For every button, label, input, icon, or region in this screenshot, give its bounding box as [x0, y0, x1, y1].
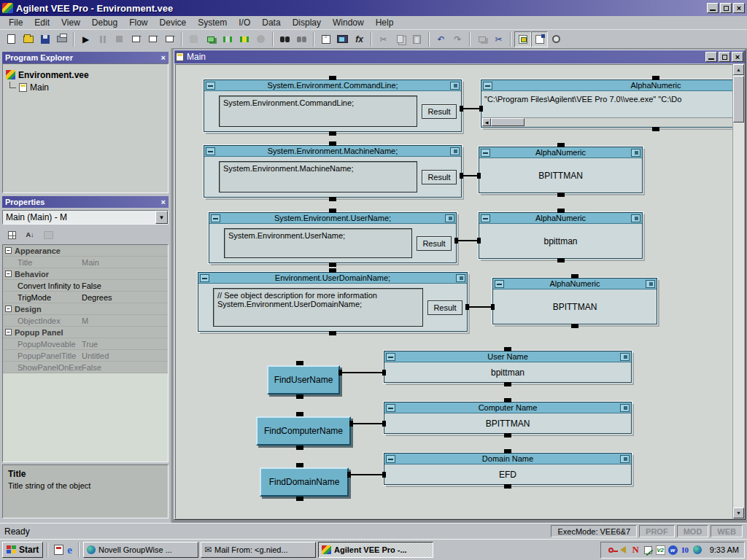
sequence-in-pin[interactable] [296, 463, 303, 467]
copy-button[interactable] [392, 31, 409, 47]
formula-expression-field[interactable]: System.Environment.UserName; [224, 228, 412, 258]
task-mail-message[interactable]: ✉ Mail From: <g.nied... [201, 542, 316, 558]
sequence-in-pin[interactable] [504, 449, 511, 454]
object-titlebar[interactable]: AlphaNumeric [481, 80, 732, 91]
program-explorer-close-icon[interactable]: × [161, 53, 166, 62]
categorized-button[interactable] [4, 228, 20, 242]
menu-window[interactable]: Window [327, 18, 370, 28]
chevron-down-icon[interactable]: ▼ [155, 211, 168, 224]
object-minimize-button[interactable] [386, 353, 395, 361]
formula-userdomainname[interactable]: Environment.UserDomainName; // See objec… [198, 272, 468, 332]
menu-help[interactable]: Help [370, 18, 400, 28]
object-minimize-button[interactable] [481, 149, 490, 157]
formula-expression-field[interactable]: System.Environment.MachineName; [219, 161, 417, 192]
program-canvas[interactable]: System.Environment.CommandLine; System.E… [175, 64, 732, 518]
mdi-restore-button[interactable] [719, 52, 730, 62]
instrument-manager-button[interactable] [334, 31, 351, 47]
clone-button[interactable] [202, 31, 219, 47]
detail-view-toggle[interactable] [531, 31, 548, 47]
result-output-pin[interactable]: Result [422, 104, 457, 119]
sequence-out-pin[interactable] [504, 484, 511, 489]
sequence-in-pin[interactable] [329, 76, 336, 80]
scrollbar-thumb[interactable] [491, 118, 525, 126]
sequence-out-pin[interactable] [571, 324, 578, 328]
redo-button[interactable]: ↷ [449, 31, 466, 47]
menu-file[interactable]: File [3, 18, 28, 28]
collapse-icon[interactable]: − [5, 247, 12, 254]
sequence-in-pin[interactable] [329, 141, 336, 146]
display-computer-name[interactable]: Computer Name BPITTMAN [384, 402, 632, 434]
property-row[interactable]: PopupMoveableTrue [3, 338, 168, 350]
new-button[interactable] [3, 31, 20, 47]
profiler-button[interactable] [548, 31, 565, 47]
scrollbar-thumb[interactable] [733, 76, 744, 122]
sequence-out-pin[interactable] [329, 131, 336, 136]
tree-item-program[interactable]: Environment.vee [6, 69, 165, 81]
properties-close-icon[interactable]: × [161, 198, 166, 206]
cut-button[interactable]: ✂ [375, 31, 392, 47]
sequence-out-pin[interactable] [296, 446, 303, 450]
object-menu-button[interactable] [631, 214, 640, 222]
pan-button[interactable] [185, 31, 202, 47]
tree-item-main[interactable]: Main [6, 81, 165, 93]
object-menu-button[interactable] [646, 280, 655, 288]
object-titlebar[interactable]: System.Environment.UserName; [209, 213, 456, 224]
menu-device[interactable]: Device [154, 18, 193, 28]
property-category[interactable]: −Popup Panel [3, 327, 168, 338]
delete-connection-button[interactable]: ✂ [490, 31, 507, 47]
program-explorer-header[interactable]: Program Explorer × [2, 52, 169, 63]
object-menu-button[interactable] [620, 404, 630, 412]
object-menu-button[interactable] [620, 353, 630, 361]
menu-flow[interactable]: Flow [123, 18, 153, 28]
step-out-button[interactable] [161, 31, 178, 47]
pencil-icon[interactable] [643, 545, 653, 555]
property-category[interactable]: −Behavior [3, 268, 168, 280]
call-finddomainname[interactable]: FindDomainName [260, 467, 349, 497]
alphanumeric-commandline[interactable]: AlphaNumeric "C:\Program Files\Agilent\V… [481, 79, 732, 128]
alphanumeric-machinename[interactable]: AlphaNumeric BPITTMAN [479, 147, 643, 193]
task-agilent-vee[interactable]: Agilent VEE Pro -... [318, 542, 433, 558]
run-button[interactable]: ▶ [77, 31, 94, 47]
vee-runtime-icon[interactable]: w [668, 545, 678, 555]
property-category[interactable]: −Design [3, 303, 168, 315]
menu-display[interactable]: Display [287, 18, 327, 28]
delete-terminal-button[interactable] [236, 31, 252, 47]
collapse-icon[interactable]: − [5, 329, 12, 335]
property-row[interactable]: TrigModeDegrees [3, 292, 168, 303]
horizontal-scrollbar[interactable]: ◀ [482, 117, 732, 126]
globe-icon[interactable] [693, 545, 703, 555]
object-titlebar[interactable]: AlphaNumeric [479, 147, 642, 158]
formula-commandline[interactable]: System.Environment.CommandLine; System.E… [204, 79, 462, 132]
object-titlebar[interactable]: System.Environment.CommandLine; [204, 80, 461, 91]
sequence-out-pin[interactable] [504, 382, 511, 386]
sequence-in-pin[interactable] [329, 209, 336, 213]
result-output-pin[interactable]: Result [427, 300, 462, 315]
object-minimize-button[interactable] [495, 280, 504, 288]
sequence-out-pin[interactable] [557, 192, 565, 197]
restore-button[interactable] [720, 3, 732, 13]
execmode-indicator[interactable]: ExecMode: VEE6&7 [551, 525, 637, 537]
sequence-in-pin[interactable] [504, 398, 511, 402]
object-titlebar[interactable]: Environment.UserDomainName; [198, 273, 467, 284]
object-menu-button[interactable] [450, 147, 460, 155]
object-titlebar[interactable]: Computer Name [384, 402, 631, 413]
object-menu-button[interactable] [631, 149, 640, 157]
step-over-button[interactable] [144, 31, 161, 47]
close-button[interactable]: × [733, 3, 745, 13]
call-findcomputername[interactable]: FindComputerName [256, 416, 351, 446]
mdi-close-button[interactable]: × [732, 52, 743, 62]
pause-button[interactable] [94, 31, 111, 47]
open-button[interactable] [20, 31, 36, 47]
stop-button[interactable] [111, 31, 128, 47]
scroll-down-icon[interactable]: ▼ [733, 508, 744, 518]
property-row[interactable]: TitleMain [3, 257, 168, 268]
menu-io[interactable]: I/O [233, 18, 256, 28]
result-output-pin[interactable]: Result [417, 236, 452, 251]
object-minimize-button[interactable] [211, 214, 220, 222]
internet-explorer-icon[interactable]: e [67, 544, 72, 556]
object-menu-button[interactable] [456, 274, 465, 282]
menu-edit[interactable]: Edit [28, 18, 55, 28]
object-titlebar[interactable]: System.Environment.MachineName; [204, 146, 461, 157]
sequence-out-pin[interactable] [329, 197, 336, 201]
task-novell-groupwise[interactable]: Novell GroupWise ... [83, 542, 198, 558]
